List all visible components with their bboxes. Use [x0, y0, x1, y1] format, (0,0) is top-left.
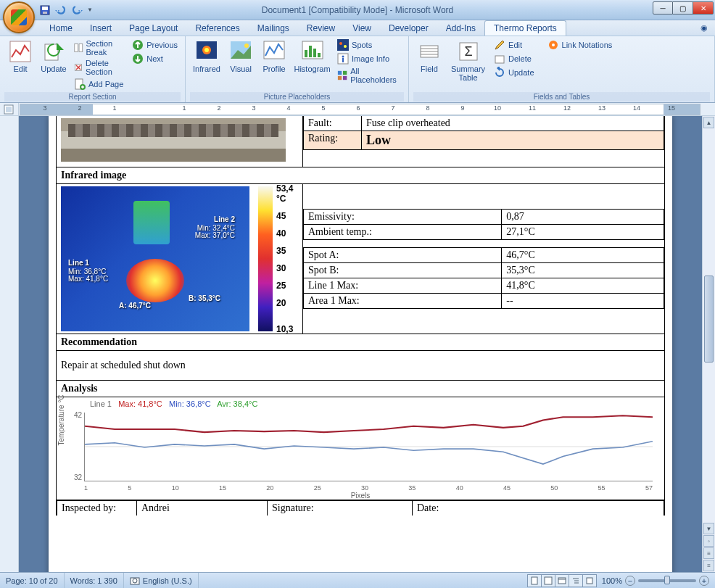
- ruler-toggle-icon[interactable]: [3, 104, 15, 115]
- draft-view[interactable]: [582, 574, 597, 587]
- print-layout-view[interactable]: [527, 574, 542, 587]
- next-page-button[interactable]: ≡: [703, 560, 714, 571]
- zoom-in-button[interactable]: +: [699, 576, 709, 586]
- svg-rect-55: [587, 578, 592, 584]
- update-button[interactable]: Update: [38, 38, 70, 92]
- qat-dropdown-icon[interactable]: ▼: [87, 7, 93, 13]
- add-page-icon: [74, 78, 86, 90]
- zoom-level[interactable]: 100%: [602, 576, 622, 585]
- field-button[interactable]: Field: [413, 38, 445, 92]
- tab-page-layout[interactable]: Page Layout: [120, 21, 186, 36]
- scroll-thumb[interactable]: [704, 276, 714, 363]
- zoom-slider[interactable]: [638, 579, 696, 582]
- status-words[interactable]: Words: 1 390: [65, 573, 124, 588]
- zoom-thumb[interactable]: [664, 576, 670, 584]
- profile-button[interactable]: Profile: [258, 38, 290, 92]
- group-picture-placeholders: Picture Placeholders: [190, 92, 404, 102]
- web-layout-view[interactable]: [555, 574, 569, 587]
- delete-section-button[interactable]: Delete Section: [71, 58, 128, 77]
- summary-table-button[interactable]: Σ Summary Table: [447, 38, 489, 92]
- close-button[interactable]: ✕: [693, 1, 714, 15]
- spot-value: 46,7°C: [502, 248, 664, 263]
- date-label: Date:: [413, 501, 664, 516]
- svg-rect-30: [338, 71, 342, 75]
- document-area[interactable]: Fault:Fuse clip overheated Rating:Low In…: [19, 116, 702, 572]
- scroll-up-button[interactable]: ▲: [703, 117, 714, 128]
- ribbon: Edit Update Section Break Delete Section…: [0, 36, 715, 103]
- svg-rect-49: [545, 577, 552, 584]
- browse-object-button[interactable]: ◦: [703, 535, 714, 547]
- refresh-icon: [494, 67, 505, 78]
- zoom-out-button[interactable]: −: [625, 576, 635, 586]
- param-label: Emissivity:: [304, 210, 502, 225]
- spot-label: Spot B:: [304, 263, 502, 278]
- edit-field-button[interactable]: Edit: [491, 38, 537, 51]
- thermal-image: Line 2 Min: 32,4°C Max: 37,0°C Line 1 Mi…: [61, 186, 249, 331]
- tab-review[interactable]: Review: [298, 21, 344, 36]
- previous-button[interactable]: Previous: [129, 38, 181, 51]
- tab-insert[interactable]: Insert: [81, 21, 120, 36]
- quick-access-toolbar: ▼: [39, 4, 93, 16]
- group-report-section: Report Section: [4, 92, 181, 102]
- status-page[interactable]: Page: 10 of 20: [0, 573, 65, 588]
- view-buttons: [527, 574, 596, 587]
- tab-add-ins[interactable]: Add-Ins: [437, 21, 484, 36]
- report-table: Fault:Fuse clip overheated Rating:Low In…: [56, 116, 665, 515]
- chart-ymax: 42: [74, 411, 82, 419]
- visual-button[interactable]: Visual: [225, 38, 257, 92]
- line1-max: Max: 41,8°C: [68, 275, 108, 283]
- chart-edit-icon: [9, 40, 32, 63]
- section-break-button[interactable]: Section Break: [71, 38, 128, 57]
- section-break-icon: [74, 42, 83, 54]
- chart-legend: Line 1 Max: 41,8°C Min: 36,8°C Avr: 38,4…: [90, 399, 660, 408]
- vertical-scrollbar[interactable]: ▲ ▼ ◦ ≡ ≡: [702, 116, 715, 572]
- chart-ylabel: Temperature °C: [57, 394, 65, 445]
- add-page-button[interactable]: Add Page: [71, 78, 128, 91]
- histogram-button[interactable]: Histogram: [292, 38, 333, 92]
- full-screen-view[interactable]: [541, 574, 555, 587]
- spots-icon: [337, 39, 349, 51]
- minimize-button[interactable]: ─: [653, 1, 673, 15]
- prev-page-button[interactable]: ≡: [703, 547, 714, 559]
- outline-view[interactable]: [569, 574, 583, 587]
- tab-mailings[interactable]: Mailings: [249, 21, 298, 36]
- update-field-button[interactable]: Update: [491, 66, 537, 79]
- infrared-button[interactable]: Infrared: [190, 38, 223, 92]
- undo-icon[interactable]: [55, 4, 67, 16]
- tab-references[interactable]: References: [186, 21, 248, 36]
- tab-view[interactable]: View: [344, 21, 380, 36]
- line1-name: Line 1: [68, 259, 89, 267]
- spot-label: Area 1 Max:: [304, 294, 502, 309]
- svg-rect-29: [342, 58, 344, 62]
- tab-developer[interactable]: Developer: [380, 21, 437, 36]
- help-icon[interactable]: ◉: [700, 23, 708, 33]
- scroll-down-button[interactable]: ▼: [703, 523, 714, 534]
- save-icon[interactable]: [39, 4, 51, 16]
- chart-ymin: 32: [74, 473, 82, 481]
- edit-button[interactable]: Edit: [4, 38, 36, 92]
- tab-home[interactable]: Home: [41, 21, 81, 36]
- svg-point-26: [344, 45, 347, 48]
- summary-table-icon: Σ: [457, 40, 480, 63]
- param-label: Ambient temp.:: [304, 225, 502, 240]
- status-language[interactable]: English (U.S.): [124, 573, 199, 588]
- maximize-button[interactable]: ▢: [673, 1, 693, 15]
- delete-field-button[interactable]: Delete: [491, 52, 537, 65]
- tab-thermo-reports[interactable]: Thermo Reports: [484, 20, 566, 36]
- fault-value: Fuse clip overheated: [362, 116, 664, 131]
- horizontal-ruler[interactable]: 3211234567891011121314151617: [20, 104, 700, 115]
- rating-value: Low: [362, 131, 664, 150]
- image-info-button[interactable]: Image Info: [334, 52, 404, 65]
- svg-rect-24: [337, 39, 349, 51]
- inspected-label: Inspected by:: [57, 501, 137, 516]
- office-button[interactable]: [3, 1, 35, 33]
- next-button[interactable]: Next: [129, 52, 181, 65]
- spots-button[interactable]: Spots: [334, 38, 404, 51]
- all-placeholders-button[interactable]: All Placeholders: [334, 66, 404, 85]
- svg-rect-44: [6, 107, 12, 112]
- svg-rect-22: [313, 49, 316, 57]
- vertical-ruler[interactable]: [0, 116, 19, 572]
- redo-icon[interactable]: [71, 4, 83, 16]
- spot-label: Spot A:: [304, 248, 502, 263]
- link-notations-button[interactable]: Link Notations: [545, 38, 616, 51]
